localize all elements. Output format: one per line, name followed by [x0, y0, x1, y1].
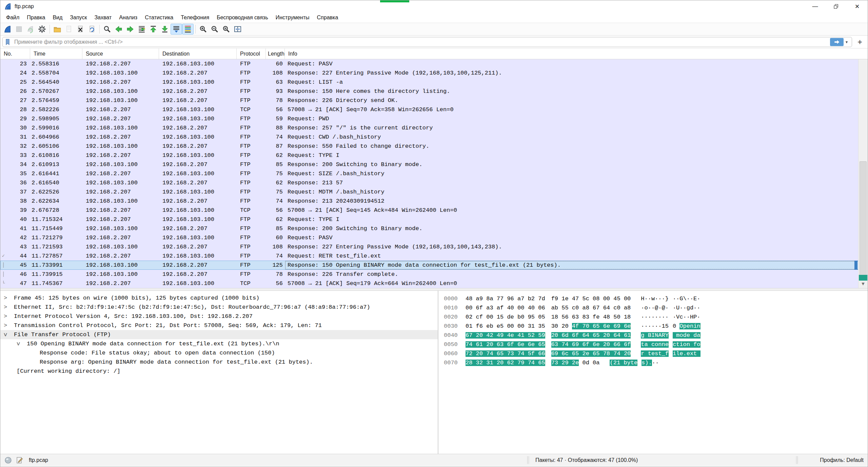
menu-item[interactable]: Вид [49, 13, 66, 22]
packet-row-29[interactable]: 292.598905192.168.2.207192.168.103.100FT… [0, 114, 868, 123]
zoom-out-button[interactable] [209, 24, 220, 35]
packet-row-44[interactable]: ✓4411.727857192.168.2.207192.168.103.100… [0, 251, 868, 261]
column-header-protocol[interactable]: Protocol [237, 48, 266, 59]
packet-row-32[interactable]: 322.605106192.168.103.100192.168.2.207FT… [0, 142, 868, 151]
find-packet-button[interactable] [101, 24, 113, 35]
filter-bookmark-icon[interactable] [4, 38, 12, 46]
expert-info-icon[interactable] [4, 456, 12, 464]
resize-columns-button[interactable] [232, 24, 243, 35]
column-header-source[interactable]: Source [82, 48, 159, 59]
packet-row-23[interactable]: 232.558316192.168.2.207192.168.103.100FT… [0, 59, 868, 68]
capture-options-button[interactable] [36, 24, 48, 35]
packet-row-31[interactable]: 312.604966192.168.2.207192.168.103.100FT… [0, 133, 868, 142]
menu-item[interactable]: Беспроводная связь [213, 13, 272, 22]
scrollbar-thumb[interactable] [860, 161, 867, 279]
cell-no: 46 [6, 270, 30, 279]
close-file-button[interactable] [75, 24, 86, 35]
open-file-button[interactable] [52, 24, 63, 35]
go-forward-button[interactable] [124, 24, 136, 35]
detail-line[interactable]: vFile Transfer Protocol (FTP) [0, 330, 438, 339]
zoom-reset-button[interactable] [220, 24, 232, 35]
cell-src: 192.168.103.100 [82, 261, 159, 270]
horizontal-splitter[interactable] [0, 288, 868, 291]
scroll-down-arrow[interactable]: ▼ [859, 279, 868, 288]
packet-row-42[interactable]: 4211.721279192.168.2.207192.168.103.100F… [0, 233, 868, 242]
collapse-toggle-icon[interactable]: v [17, 339, 27, 348]
packet-row-46[interactable]: │4611.739915192.168.103.100192.168.2.207… [0, 270, 868, 279]
detail-line[interactable]: Response code: File status okay; about t… [0, 348, 438, 358]
column-header-time[interactable]: Time [30, 48, 82, 59]
menu-item[interactable]: Захват [91, 13, 115, 22]
menu-item[interactable]: Телефония [177, 13, 213, 22]
stop-capture-button[interactable] [13, 24, 25, 35]
detail-line[interactable]: [Current working directory: /] [0, 367, 438, 376]
packet-row-28[interactable]: 282.582226192.168.2.207192.168.103.100TC… [0, 105, 868, 114]
detail-line[interactable]: >Ethernet II, Src: b2:7d:f9:1e:47:5c (b2… [0, 303, 438, 312]
packet-row-36[interactable]: 362.616540192.168.103.100192.168.2.207FT… [0, 178, 868, 187]
menu-item[interactable]: Запуск [66, 13, 91, 22]
detail-line[interactable]: Response arg: Opening BINARY mode data c… [0, 358, 438, 367]
go-back-button[interactable] [113, 24, 124, 35]
packet-row-26[interactable]: 262.570267192.168.103.100192.168.2.207FT… [0, 87, 868, 96]
apply-filter-button[interactable] [830, 38, 844, 46]
packet-row-25[interactable]: 252.564540192.168.2.207192.168.103.100FT… [0, 78, 868, 87]
status-profile[interactable]: Профиль: Default [820, 457, 864, 463]
expand-toggle-icon[interactable]: > [4, 312, 14, 321]
go-to-bottom-button[interactable] [159, 24, 171, 35]
packet-row-30[interactable]: 302.599016192.168.103.100192.168.2.207FT… [0, 123, 868, 133]
column-header-destination[interactable]: Destination [159, 48, 237, 59]
packet-row-37[interactable]: 372.622526192.168.2.207192.168.103.100FT… [0, 187, 868, 197]
auto-scroll-toggle-button[interactable] [171, 24, 182, 35]
menu-item[interactable]: Анализ [115, 13, 141, 22]
display-filter-input[interactable] [14, 39, 830, 45]
detail-line[interactable]: >Internet Protocol Version 4, Src: 192.1… [0, 312, 438, 321]
expand-toggle-icon[interactable]: > [4, 303, 14, 312]
save-file-button[interactable] [63, 24, 75, 35]
cell-gut [0, 215, 6, 224]
reload-file-button[interactable] [86, 24, 98, 35]
expand-toggle-icon[interactable]: > [4, 293, 14, 303]
collapse-toggle-icon[interactable]: v [4, 330, 14, 339]
column-header-length[interactable]: Length [266, 48, 285, 59]
menu-item[interactable]: Инструменты [272, 13, 313, 22]
detail-line[interactable]: v150 Opening BINARY mode data connection… [0, 339, 438, 348]
zoom-in-button[interactable] [197, 24, 209, 35]
status-packet-counts: Пакеты: 47 · Отображаются: 47 (100.0%) [535, 457, 638, 463]
filter-dropdown-caret[interactable]: ▾ [844, 40, 850, 44]
column-header-no[interactable]: No. [0, 48, 30, 59]
capture-comment-icon[interactable] [16, 456, 23, 464]
expand-toggle-icon[interactable]: > [4, 321, 14, 330]
packet-row-41[interactable]: 4111.715449192.168.103.100192.168.2.207F… [0, 224, 868, 233]
start-capture-button[interactable] [2, 24, 13, 35]
packet-row-27[interactable]: 272.576459192.168.103.100192.168.2.207FT… [0, 96, 868, 105]
column-header-info[interactable]: Info [285, 48, 868, 59]
packet-bytes-pane[interactable]: 000048 a9 8a 77 96 a7 b2 7df9 1e 47 5c 0… [438, 291, 868, 454]
packet-list-scrollbar[interactable]: ▲ ▼ [858, 59, 868, 288]
packet-row-40[interactable]: 4011.715324192.168.2.207192.168.103.100F… [0, 215, 868, 224]
minimize-button[interactable]: — [805, 0, 826, 13]
restart-capture-button[interactable] [25, 24, 36, 35]
packet-row-39[interactable]: 392.676728192.168.2.207192.168.103.100TC… [0, 206, 868, 215]
menu-item[interactable]: Статистика [141, 13, 177, 22]
colorize-toggle-button[interactable] [182, 24, 194, 35]
packet-row-33[interactable]: 332.610816192.168.2.207192.168.103.100FT… [0, 151, 868, 160]
add-filter-button[interactable]: + [855, 37, 865, 47]
close-button[interactable]: ✕ [847, 0, 868, 13]
detail-line[interactable]: >Frame 45: 125 bytes on wire (1000 bits)… [0, 293, 438, 303]
packet-row-34[interactable]: 342.610913192.168.103.100192.168.2.207FT… [0, 160, 868, 169]
menu-item[interactable]: Справка [313, 13, 342, 22]
detail-line[interactable]: >Transmission Control Protocol, Src Port… [0, 321, 438, 330]
packet-row-47[interactable]: └4711.745367192.168.2.207192.168.103.100… [0, 279, 868, 288]
packet-row-45[interactable]: │4511.733991192.168.103.100192.168.2.207… [0, 261, 868, 270]
menu-item[interactable]: Файл [2, 13, 23, 22]
go-to-packet-button[interactable] [136, 24, 147, 35]
packet-row-35[interactable]: 352.616441192.168.2.207192.168.103.100FT… [0, 169, 868, 178]
packet-row-38[interactable]: 382.622634192.168.103.100192.168.2.207FT… [0, 197, 868, 206]
menu-item[interactable]: Правка [23, 13, 49, 22]
restore-button[interactable] [826, 0, 847, 13]
packet-row-24[interactable]: 242.558704192.168.103.100192.168.2.207FT… [0, 68, 868, 78]
go-to-top-button[interactable] [147, 24, 159, 35]
cell-proto: FTP [237, 251, 266, 261]
packet-details-pane[interactable]: >Frame 45: 125 bytes on wire (1000 bits)… [0, 291, 438, 454]
packet-row-43[interactable]: 4311.721593192.168.103.100192.168.2.207F… [0, 242, 868, 251]
